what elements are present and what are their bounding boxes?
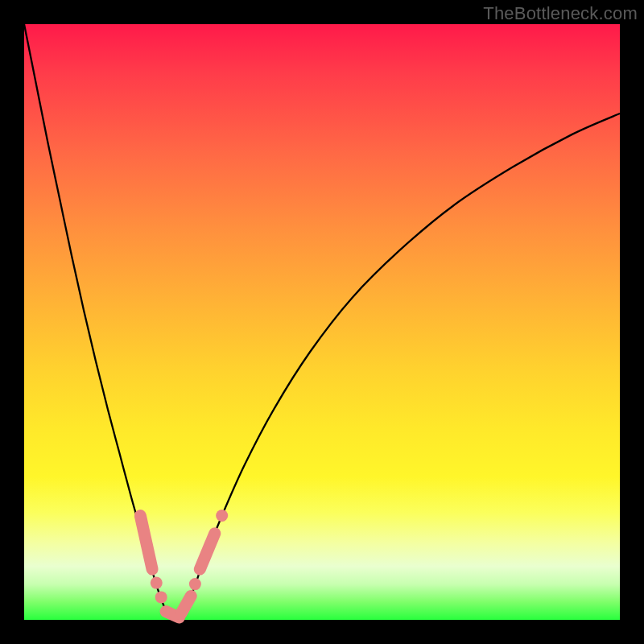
chart-frame: TheBottleneck.com: [0, 0, 644, 644]
bottleneck-curve: [24, 24, 620, 621]
watermark-text: TheBottleneck.com: [483, 3, 638, 24]
right_cluster_bottom: [181, 596, 192, 613]
left_cluster_segment_upper: [140, 516, 152, 570]
plot-area: [24, 24, 620, 620]
right_dot_top: [216, 510, 228, 522]
right_dot_1: [189, 578, 201, 590]
left_dot_2: [155, 591, 167, 603]
right_cluster_upper: [200, 534, 214, 569]
curve-svg: [24, 24, 620, 620]
left_dot_1: [151, 577, 163, 589]
